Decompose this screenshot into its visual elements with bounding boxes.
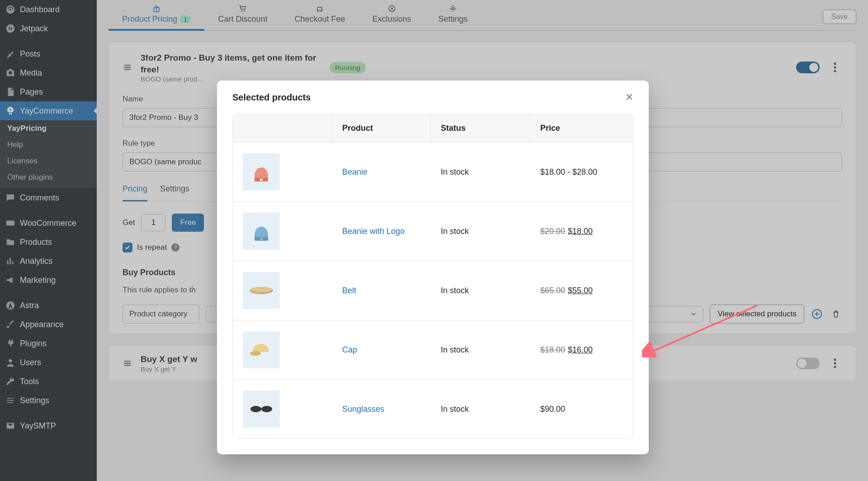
- table-row: Cap In stock $18.00$16.00: [233, 320, 633, 380]
- svg-point-18: [250, 287, 272, 292]
- col-image: [233, 114, 332, 143]
- product-status: In stock: [431, 334, 530, 366]
- table-header: Product Status Price: [233, 114, 633, 143]
- product-status: In stock: [431, 216, 530, 247]
- svg-point-21: [261, 406, 272, 412]
- table-row: Belt In stock $65.00$55.00: [233, 261, 633, 320]
- product-price: $90.00: [530, 394, 633, 425]
- product-thumb: [243, 153, 280, 190]
- sunglasses-icon: [249, 404, 274, 414]
- product-link[interactable]: Sunglasses: [332, 394, 431, 425]
- col-product: Product: [332, 114, 431, 143]
- product-link[interactable]: Beanie: [332, 157, 431, 188]
- svg-rect-22: [260, 408, 262, 410]
- close-icon[interactable]: ✕: [625, 91, 633, 103]
- col-price: Price: [530, 114, 633, 143]
- product-price: $20.00$18.00: [530, 216, 633, 247]
- product-link[interactable]: Belt: [332, 275, 431, 306]
- belt-icon: [249, 284, 274, 297]
- product-thumb: [243, 272, 280, 309]
- product-status: In stock: [431, 157, 530, 188]
- product-link[interactable]: Beanie with Logo: [332, 216, 431, 247]
- product-link[interactable]: Cap: [332, 334, 431, 366]
- col-status: Status: [431, 114, 530, 143]
- modal-title: Selected products: [232, 92, 311, 103]
- products-table: Product Status Price Beanie In stock $18…: [232, 114, 633, 439]
- table-row: Beanie In stock $18.00 - $28.00: [233, 143, 633, 202]
- product-thumb: [243, 391, 280, 428]
- svg-point-19: [250, 351, 261, 356]
- cap-icon: [249, 341, 274, 359]
- product-status: In stock: [431, 394, 530, 425]
- table-row: Sunglasses In stock $90.00: [233, 380, 633, 438]
- product-status: In stock: [431, 275, 530, 306]
- svg-point-20: [250, 406, 261, 412]
- product-price: $65.00$55.00: [530, 275, 633, 306]
- table-row: Beanie with Logo In stock $20.00$18.00: [233, 202, 633, 261]
- beanie-orange-icon: [250, 161, 273, 183]
- product-thumb: [243, 213, 280, 250]
- selected-products-modal: Selected products ✕ Product Status Price…: [217, 81, 649, 454]
- beanie-blue-icon: [250, 220, 273, 243]
- product-price: $18.00 - $28.00: [530, 157, 633, 188]
- product-thumb: [243, 331, 280, 368]
- svg-rect-14: [260, 179, 263, 181]
- svg-point-16: [260, 238, 263, 240]
- product-price: $18.00$16.00: [530, 334, 633, 366]
